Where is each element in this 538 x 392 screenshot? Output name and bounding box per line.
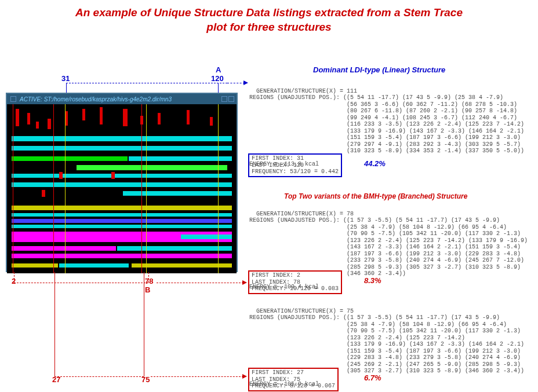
- arrow-head-A: [243, 80, 248, 85]
- main-title: An example of Unique Structure Data list…: [0, 0, 538, 34]
- label-31: 31: [61, 74, 70, 83]
- top-connector: [66, 83, 227, 83]
- connector-27-75: [54, 376, 144, 377]
- window-button-2[interactable]: [221, 96, 227, 102]
- plot-vline-1: [65, 104, 66, 273]
- window-button-1[interactable]: [10, 96, 16, 102]
- arrow-head-B: [242, 280, 247, 285]
- section1-title: Dominant LDI-type (Linear) Structure: [313, 65, 445, 74]
- connector-B: [14, 283, 148, 283]
- infobox1: FIRST INDEX: 31 LAST INDEX: 120 FREQUENC…: [248, 153, 342, 177]
- arrow-line-B: [157, 283, 243, 283]
- arrow-line-27-75: [151, 376, 243, 377]
- plot-vline-4: [53, 104, 54, 273]
- label-78: 78: [145, 277, 153, 285]
- vline-78-below: [148, 272, 149, 283]
- arrow-line-A: [227, 83, 245, 83]
- plot-titlebar: ACTIVE: ST:/home/rosebud/kasprzak/hivs-g…: [7, 94, 237, 104]
- arrow-head-27-75: [242, 374, 247, 379]
- window-button-3[interactable]: [228, 96, 234, 102]
- window-title-text: ACTIVE: ST:/home/rosebud/kasprzak/hivs-g…: [20, 96, 172, 102]
- vline-75-below: [144, 272, 144, 376]
- plot-vline-2: [146, 104, 147, 273]
- label-120: 120: [211, 74, 224, 83]
- vline-27-below: [54, 272, 55, 376]
- plot-window: ACTIVE: ST:/home/rosebud/kasprzak/hivs-g…: [6, 93, 238, 272]
- vline-31: [66, 83, 67, 93]
- vline-120: [218, 83, 219, 93]
- label-A: A: [216, 65, 221, 74]
- plot-area: [7, 104, 237, 273]
- pct3: 6.7%: [364, 373, 381, 382]
- pct2: 8.3%: [364, 276, 381, 285]
- pct1: 44.2%: [364, 159, 386, 168]
- infobox2: FIRST INDEX: 2 LAST INDEX: 78 FREQUENCY:…: [248, 270, 342, 294]
- vline-2-below: [14, 272, 14, 283]
- section2-title: Top Two variants of the BMH-type (Branch…: [284, 192, 467, 200]
- plot-vline-5: [141, 104, 142, 273]
- plot-vline-3: [218, 104, 219, 273]
- label-B: B: [145, 285, 150, 294]
- plot-vline-6: [13, 104, 13, 273]
- infobox3: FIRST INDEX: 27 LAST INDEX: 75 FREQUENCY…: [248, 368, 339, 391]
